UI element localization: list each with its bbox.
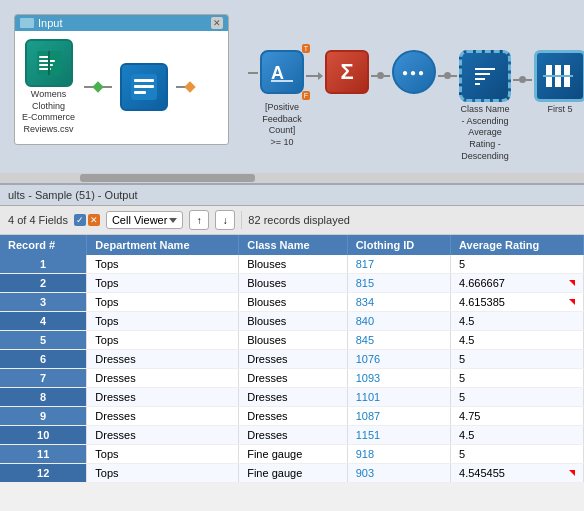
sort-node-icon[interactable] [459,50,511,102]
filter-node-icon[interactable]: A [260,50,304,94]
fields-count-label: 4 of 4 Fields [8,214,68,226]
tag-t: T [302,44,310,53]
table-header: Record # Department Name Class Name Clot… [0,235,584,255]
first5-node-label: First 5 [547,104,572,114]
cell-record: 2 [0,274,87,293]
cell-clothing-id: 815 [347,274,450,293]
title-icon [20,18,34,28]
connector-diamond-orange [184,82,195,93]
cell-clothing-id: 903 [347,464,450,483]
input-close-button[interactable]: ✕ [211,17,223,29]
input-node-titlebar: Input ✕ [15,15,228,31]
table-row: 5TopsBlouses8454.5 [0,331,584,350]
col-clothing-id[interactable]: Clothing ID [347,235,450,255]
cell-class: Fine gauge [239,445,347,464]
cell-dept: Tops [87,464,239,483]
connector-diamond-green [92,82,103,93]
toolbar-divider [241,211,242,229]
cell-avg-rating: 4.5 [451,331,584,350]
cell-dept: Tops [87,293,239,312]
cell-clothing-id: 1093 [347,369,450,388]
cell-record: 6 [0,350,87,369]
canvas-hscrollbar-thumb [80,174,255,182]
table-row: 4TopsBlouses8404.5 [0,312,584,331]
input-node-title: Input [38,17,62,29]
table-row: 7DressesDresses10935 [0,369,584,388]
cell-avg-rating: 4.5 [451,312,584,331]
cell-class: Blouses [239,255,347,274]
svg-rect-1 [39,56,49,58]
table-row: 12TopsFine gauge9034.545455 [0,464,584,483]
cell-record: 8 [0,388,87,407]
cell-dept: Tops [87,312,239,331]
sort-asc-button[interactable]: ↑ [189,210,209,230]
cell-class: Dresses [239,388,347,407]
data-table-container[interactable]: Record # Department Name Class Name Clot… [0,235,584,511]
cell-class: Dresses [239,407,347,426]
book-node-icon[interactable] [25,39,73,87]
cell-record: 4 [0,312,87,331]
svg-text:A: A [271,63,284,83]
cell-avg-rating: 4.615385 [451,293,584,312]
svg-rect-3 [39,64,53,66]
viewer-label: Cell Viewer [112,214,167,226]
cell-class: Fine gauge [239,464,347,483]
input-node-box[interactable]: Input ✕ Womens Clothing E-Commerce Re [14,14,229,145]
col-avg-rating[interactable]: Average Rating [451,235,584,255]
cell-clothing-id: 1076 [347,350,450,369]
svg-rect-8 [134,85,154,88]
table-row: 11TopsFine gauge9185 [0,445,584,464]
table-row: 6DressesDresses10765 [0,350,584,369]
cell-class: Blouses [239,331,347,350]
csv-file-label: Womens Clothing E-Commerce Reviews.csv [21,89,76,136]
cell-dept: Dresses [87,407,239,426]
cell-avg-rating: 4.75 [451,407,584,426]
cell-record: 11 [0,445,87,464]
red-flag-icon [569,280,575,286]
cell-dept: Dresses [87,350,239,369]
cell-record: 1 [0,255,87,274]
cell-clothing-id: 817 [347,255,450,274]
sort-desc-button[interactable]: ↓ [215,210,235,230]
cell-clothing-id: 1151 [347,426,450,445]
col-record[interactable]: Record # [0,235,87,255]
table-row: 10DressesDresses11514.5 [0,426,584,445]
red-flag-icon [569,470,575,476]
table-row: 8DressesDresses11015 [0,388,584,407]
cell-class: Blouses [239,293,347,312]
select-node-icon[interactable] [120,63,168,111]
col-class[interactable]: Class Name [239,235,347,255]
cell-dept: Dresses [87,426,239,445]
table-row: 1TopsBlouses8175 [0,255,584,274]
dots-node-icon[interactable]: ●●● [392,50,436,94]
tag-f: F [302,91,310,100]
cell-dept: Dresses [87,388,239,407]
col-dept[interactable]: Department Name [87,235,239,255]
cell-record: 9 [0,407,87,426]
cell-clothing-id: 1087 [347,407,450,426]
canvas-hscrollbar[interactable] [0,173,584,183]
cell-avg-rating: 4.545455 [451,464,584,483]
sigma-node-icon[interactable]: Σ [325,50,369,94]
cell-avg-rating: 4.666667 [451,274,584,293]
svg-rect-5 [48,51,50,75]
first5-node-icon[interactable] [534,50,584,102]
cell-avg-rating: 5 [451,445,584,464]
sort-node-label: Class Name - Ascending Average Rating - … [459,104,511,162]
cell-dept: Tops [87,331,239,350]
panel-title-text: ults - Sample (51) - Output [8,189,138,201]
workflow-canvas: Input ✕ Womens Clothing E-Commerce Re [0,0,584,185]
viewer-dropdown-button[interactable]: Cell Viewer [106,211,183,229]
svg-rect-9 [134,91,146,94]
cell-dept: Dresses [87,369,239,388]
table-row: 3TopsBlouses8344.615385 [0,293,584,312]
red-flag-icon [569,299,575,305]
svg-rect-2 [39,60,55,62]
table-row: 9DressesDresses10874.75 [0,407,584,426]
flag-cell-wrapper: 4.545455 [459,467,575,479]
cell-record: 5 [0,331,87,350]
table-row: 2TopsBlouses8154.666667 [0,274,584,293]
cell-clothing-id: 918 [347,445,450,464]
x-icon: ✕ [88,214,100,226]
svg-rect-7 [134,79,154,82]
